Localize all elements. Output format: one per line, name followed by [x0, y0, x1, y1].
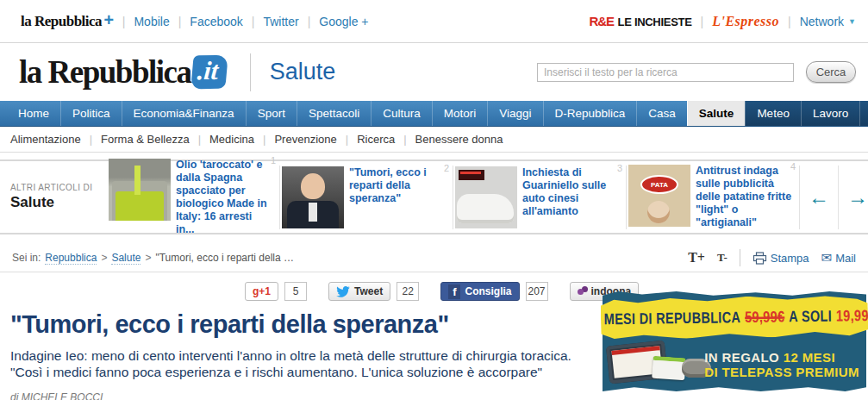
breadcrumb-current: "Tumori, ecco i reparti della …: [155, 252, 294, 264]
search-input[interactable]: [537, 63, 794, 82]
font-increase-button[interactable]: T+: [688, 250, 705, 266]
facebook-label: Consiglia: [465, 285, 511, 297]
carousel-prev-button[interactable]: ←: [800, 185, 838, 209]
subnav-forma-bellezza[interactable]: Forma & Bellezza: [101, 133, 190, 146]
search-button[interactable]: Cerca: [806, 61, 856, 83]
tablet-telepass-image: [608, 341, 711, 384]
site-logo-it-badge: .it: [191, 55, 229, 90]
oil-stream-shape: [134, 166, 141, 195]
chips-pack-thumbnail[interactable]: PATA: [628, 165, 690, 227]
carousel-article-link-2[interactable]: "Tumori, ecco i reparti della speranza": [349, 166, 446, 228]
subnav-medicina[interactable]: Medicina: [209, 133, 254, 146]
portrait-head-shape: [301, 173, 325, 199]
gplus-count: 5: [284, 282, 307, 301]
car-body-shape: [457, 194, 514, 223]
nav-tab-meteo[interactable]: Meteo: [745, 101, 801, 126]
pata-brand-oval: PATA: [640, 175, 678, 194]
carousel-article-link-3[interactable]: Inchiesta di Guariniello sulle auto cine…: [522, 166, 619, 228]
printer-icon: [752, 252, 767, 265]
la-repubblica-plus-logo[interactable]: la Repubblica +: [21, 13, 114, 30]
content-area: g+1 5 Tweet 22 f Consiglia 207 indoona: [0, 272, 868, 400]
carousel-item-number: 2: [444, 163, 449, 173]
breadcrumb-prefix: Sei in:: [12, 252, 41, 264]
carousel-item-number: 4: [790, 161, 796, 172]
nav-tab-cultura[interactable]: Cultura: [371, 101, 432, 126]
carousel-item-2: 2 "Tumori, ecco i reparti della speranza…: [280, 163, 453, 232]
nav-tab-politica[interactable]: Politica: [60, 101, 122, 126]
print-label: Stampa: [771, 252, 809, 265]
site-logo[interactable]: la Repubblica .it: [19, 53, 228, 91]
print-button[interactable]: Stampa: [752, 252, 809, 265]
facebook-icon: f: [448, 284, 460, 299]
nav-tab-lavoro[interactable]: Lavoro: [801, 101, 859, 126]
nav-tab-annunci[interactable]: Annunci: [859, 101, 868, 126]
ad-offer-text: 3 MESI DI REPUBBLICA: [593, 309, 740, 328]
subnav-benessere-donna[interactable]: Benessere donna: [415, 133, 503, 146]
nav-tab-salute-active[interactable]: Salute: [687, 101, 746, 126]
related-articles-carousel: ALTRI ARTICOLI DI Salute 1 Olio 'tarocca…: [0, 159, 868, 234]
masthead: la Repubblica .it Salute Cerca: [0, 43, 868, 101]
main-navigation: Home Politica Economia&Finanza Sport Spe…: [0, 101, 868, 127]
nav-tab-d-repubblica[interactable]: D-Repubblica: [543, 101, 637, 126]
social-share-row: g+1 5 Tweet 22 f Consiglia 207 indoona: [245, 281, 601, 302]
indoona-icon: [578, 289, 584, 295]
search-area: Cerca: [537, 61, 856, 83]
article-byline: di MICHELE BOCCI: [10, 391, 601, 400]
site-logo-text: la Repubblica: [19, 53, 190, 91]
chevron-down-icon: ▼: [848, 17, 856, 26]
topbar-link-twitter[interactable]: Twitter: [263, 15, 298, 28]
divider: |: [252, 15, 255, 28]
page: la Repubblica + | Mobile | Facebook | Tw…: [0, 0, 868, 400]
article-tools: T+ T- Stampa ✉ Mail: [688, 249, 856, 266]
carousel-item-3: 3 Inchiesta di Guariniello sulle auto ci…: [453, 163, 626, 232]
subnav-alimentazione[interactable]: Alimentazione: [10, 133, 81, 146]
mail-button[interactable]: ✉ Mail: [821, 250, 856, 266]
breadcrumb-row: Sei in: Repubblica > Salute > "Tumori, e…: [0, 244, 868, 272]
nav-tab-sport[interactable]: Sport: [246, 101, 297, 126]
topbar-link-mobile[interactable]: Mobile: [134, 15, 169, 28]
divider: |: [198, 133, 201, 146]
carousel-item-number: 1: [271, 155, 276, 166]
facebook-count: 207: [526, 282, 548, 301]
breadcrumb-link-repubblica[interactable]: Repubblica: [45, 252, 97, 265]
tweet-button[interactable]: Tweet: [328, 282, 390, 301]
article-title: "Tumori, ecco i reparti della speranza": [10, 310, 601, 339]
espresso-logo[interactable]: L'Espresso: [712, 14, 779, 29]
subnav-ricerca[interactable]: Ricerca: [357, 133, 395, 146]
carousel-item-1: 1 Olio 'taroccato' e dalla Spagna spacci…: [107, 155, 279, 240]
article-subtitle: Indagine Ieo: meno di cento interventi l…: [10, 347, 590, 380]
mail-label: Mail: [835, 252, 856, 265]
carousel-article-link-4[interactable]: Antitrust indaga sulle pubblicità delle …: [696, 165, 792, 229]
section-title-salute[interactable]: Salute: [270, 59, 336, 85]
olive-oil-thumbnail[interactable]: [109, 159, 171, 221]
nav-tab-economia-finanza[interactable]: Economia&Finanza: [122, 101, 246, 126]
subnav-prevenzione[interactable]: Prevenzione: [274, 133, 336, 146]
nav-tab-home[interactable]: Home: [7, 101, 60, 126]
white-car-thumbnail[interactable]: [455, 166, 517, 228]
network-dropdown[interactable]: Network ▼: [800, 15, 856, 28]
oil-liquid-shape: [116, 191, 164, 221]
breadcrumb-link-salute[interactable]: Salute: [111, 252, 141, 265]
doctor-portrait-thumbnail[interactable]: [282, 166, 344, 228]
nav-tab-motori[interactable]: Motori: [432, 101, 488, 126]
font-decrease-button[interactable]: T-: [717, 251, 727, 265]
nav-tab-spettacoli[interactable]: Spettacoli: [297, 101, 371, 126]
nav-tab-viaggi[interactable]: Viaggi: [487, 101, 542, 126]
carousel-article-link-1[interactable]: Olio 'taroccato' e dalla Spagna spacciat…: [176, 159, 272, 236]
divider: |: [701, 15, 704, 28]
topbar-link-facebook[interactable]: Facebook: [190, 15, 242, 28]
google-plus-one-button[interactable]: g+1: [245, 282, 278, 301]
facebook-consiglia-button[interactable]: f Consiglia: [440, 282, 519, 301]
card-shape: [652, 356, 686, 381]
le-inchieste-logo[interactable]: R&E LE INCHIESTE: [589, 14, 691, 29]
article-column: g+1 5 Tweet 22 f Consiglia 207 indoona: [0, 281, 601, 400]
carousel-next-button[interactable]: →: [839, 185, 868, 209]
nav-tab-casa[interactable]: Casa: [636, 101, 687, 126]
divider: |: [122, 15, 126, 28]
portrait-shirt-shape: [309, 203, 317, 222]
subscription-ad-banner[interactable]: 3 MESI DI REPUBBLICA 59,99€ A SOLI 19,99…: [601, 284, 868, 397]
tweet-count: 22: [397, 282, 419, 301]
carousel-label: ALTRI ARTICOLI DI Salute: [10, 183, 107, 211]
la-repubblica-plus-label: la Repubblica: [21, 13, 102, 30]
topbar-link-googleplus[interactable]: Google +: [319, 15, 368, 28]
